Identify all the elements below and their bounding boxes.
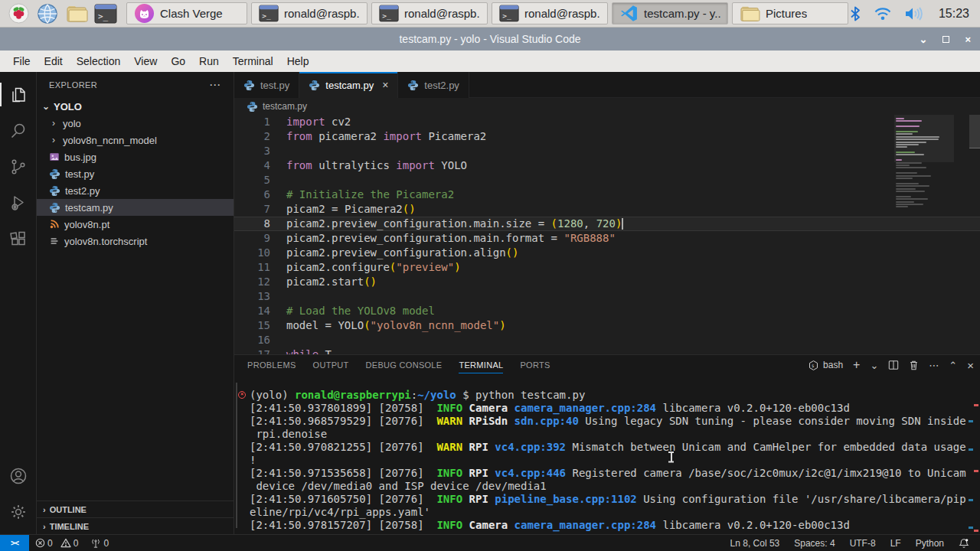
ports-indicator[interactable]: 0 [90,538,109,549]
bluetooth-icon[interactable] [849,6,861,21]
terminal-row: [2:41:50.937801899] [20758] INFO Camera … [250,402,980,415]
menu-go[interactable]: Go [164,52,192,70]
terminal-window-icon: >_ [499,5,519,22]
remote-indicator[interactable]: >< [0,535,29,551]
taskbar-window-1[interactable]: >_ronald@raspb.. [251,2,368,24]
file-manager-launcher[interactable] [64,2,89,25]
terminal[interactable]: ×(yolo) ronald@raspberrypi:~/yolo $ pyth… [234,375,980,534]
shell-selector[interactable]: $bash [808,360,843,371]
more-actions-icon[interactable]: ⋯ [209,78,221,92]
tab-test2.py[interactable]: test2.py [398,72,469,98]
status-indentation[interactable]: Spaces: 4 [794,538,835,549]
code-line-3: 3 [234,144,980,158]
tree-item-bus.jpg[interactable]: bus.jpg [37,148,234,165]
taskbar-window-5[interactable]: Pictures [732,2,848,24]
terminal-dropdown-icon[interactable]: ⌄ [870,360,878,371]
split-terminal-icon[interactable] [888,360,899,370]
raspberry-menu-launcher[interactable] [6,2,31,25]
menu-help[interactable]: Help [280,52,316,70]
breadcrumb[interactable]: testcam.py [234,98,980,115]
panel-tab-output[interactable]: OUTPUT [313,355,349,375]
terminal-launcher-launcher[interactable]: >_ [93,2,118,25]
code-editor[interactable]: 1import cv22from picamera2 import Picame… [234,115,980,354]
tree-item-testcam.py[interactable]: testcam.py [37,199,234,216]
taskbar-window-2[interactable]: >_ronald@raspb.. [371,2,488,24]
menu-view[interactable]: View [127,52,164,70]
close-panel-icon[interactable]: × [967,359,974,372]
terminal-gutter-line [236,383,237,528]
activity-extensions[interactable] [0,220,37,256]
close-icon[interactable]: × [965,34,971,44]
command-failed-icon[interactable]: × [238,391,246,399]
kill-terminal-icon[interactable] [909,360,919,370]
maximize-icon[interactable] [942,36,949,43]
status-eol[interactable]: LF [890,538,901,549]
clash-verge-icon [134,3,155,24]
status-cursor-position[interactable]: Ln 8, Col 53 [730,538,780,549]
browser-globe-launcher[interactable] [35,2,60,25]
python-icon [407,80,419,91]
notifications-bell-icon[interactable] [959,538,969,549]
activity-source-control[interactable] [0,148,37,184]
section-timeline[interactable]: ›TIMELINE [37,517,234,534]
chevron-right-icon: › [49,135,58,145]
python-icon [49,168,60,180]
activity-settings[interactable] [0,494,37,530]
minimap-viewport [894,115,954,162]
taskbar-window-4[interactable]: testcam.py - y.. [612,2,728,24]
panel-tab-debug-console[interactable]: DEBUG CONSOLE [366,355,443,375]
maximize-panel-icon[interactable]: ⌃ [949,360,957,371]
menu-file[interactable]: File [6,52,38,70]
tree-item-yolo[interactable]: ›yolo [37,115,234,132]
tree-item-yolov8n.torchscript[interactable]: yolov8n.torchscript [37,233,234,249]
section-outline[interactable]: ›OUTLINE [37,500,234,517]
menu-edit[interactable]: Edit [38,52,70,70]
code-line-16: 16 [234,333,980,347]
editor-scrollbar[interactable] [969,115,980,148]
panel-tab-ports[interactable]: PORTS [520,355,550,375]
status-language-mode[interactable]: Python [916,538,944,549]
menu-selection[interactable]: Selection [70,52,128,70]
more-actions-icon[interactable]: ⋯ [929,360,939,371]
search-icon [9,122,28,140]
volume-icon[interactable] [904,6,923,21]
tab-test.py[interactable]: test.py [234,72,299,98]
activity-explorer[interactable] [0,77,37,112]
settings-icon [9,503,28,521]
status-encoding[interactable]: UTF-8 [850,538,876,549]
tree-item-yolov8n_ncnn_model[interactable]: ›yolov8n_ncnn_model [37,132,234,148]
svg-text:>_: >_ [98,11,109,21]
menu-terminal[interactable]: Terminal [226,52,280,70]
tree-item-test.py[interactable]: test.py [37,165,234,182]
python-icon [309,80,320,91]
vscode-titlebar: testcam.py - yolo - Visual Studio Code ⌄… [0,28,980,51]
tree-item-yolov8n.pt[interactable]: yolov8n.pt [37,216,234,233]
tab-testcam.py[interactable]: testcam.py× [299,72,398,98]
close-tab-icon[interactable]: × [382,79,388,91]
workbench: EXPLORER⋯⌄YOLO›yolo›yolov8n_ncnn_modelbu… [0,72,980,534]
panel-tab-terminal[interactable]: TERMINAL [459,355,503,375]
tree-item-label: bus.jpg [64,152,96,163]
activity-run-debug[interactable] [0,184,37,220]
line-number: 8 [234,217,270,231]
tree-item-test2.py[interactable]: test2.py [37,182,234,199]
shell-label: bash [823,360,843,370]
panel-tab-problems[interactable]: PROBLEMS [247,355,296,375]
taskbar-window-0[interactable]: Clash Verge [126,2,247,24]
terminal-window-icon: >_ [259,5,279,22]
menu-run[interactable]: Run [192,52,226,70]
run-debug-icon [9,194,28,212]
activity-search[interactable] [0,112,37,148]
source-control-icon [9,158,28,176]
line-number: 11 [234,260,270,275]
wifi-icon[interactable] [874,6,892,21]
bash-icon: $ [808,360,819,371]
activity-account[interactable] [0,458,37,494]
taskbar-window-3[interactable]: >_ronald@raspb.. [492,2,608,24]
tree-root-yolo[interactable]: ⌄YOLO [37,98,234,115]
code-lines: 1import cv22from picamera2 import Picame… [234,115,980,354]
image-icon [49,152,60,162]
new-terminal-icon[interactable]: + [853,358,860,372]
minimize-icon[interactable]: ⌄ [920,34,928,44]
problems-indicator[interactable]: 000 [35,538,113,549]
